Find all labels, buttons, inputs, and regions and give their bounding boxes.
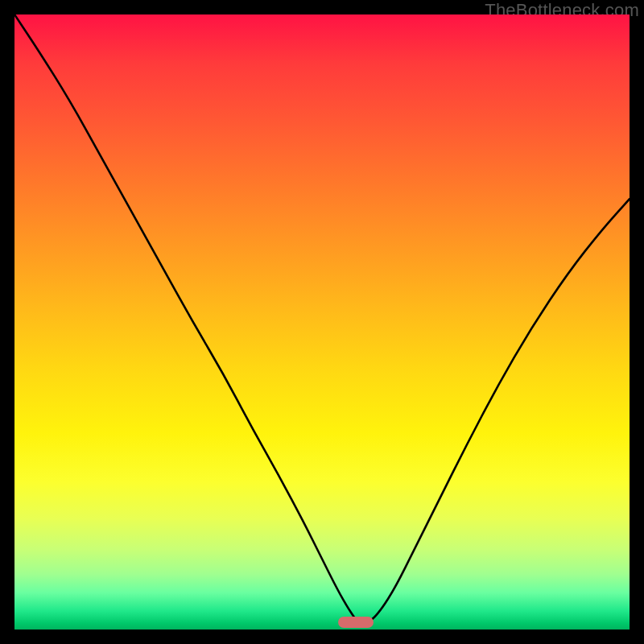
minimum-marker xyxy=(338,617,374,628)
chart-container: TheBottleneck.com xyxy=(0,0,644,644)
plot-area xyxy=(14,14,630,630)
bottleneck-curve xyxy=(14,14,630,630)
